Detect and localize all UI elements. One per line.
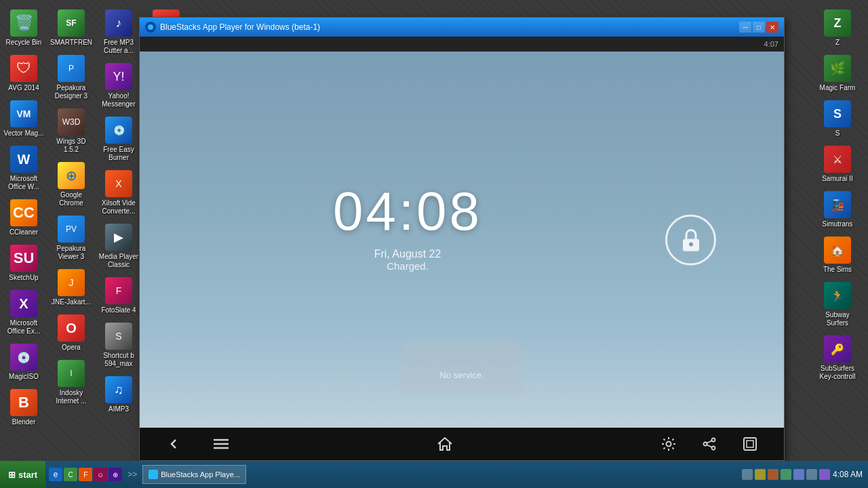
nav-home-button[interactable] xyxy=(431,430,458,458)
recycle-bin-icon: 🗑️ xyxy=(10,9,37,37)
desktop-icon-recycle-bin[interactable]: 🗑️ Recycle Bin xyxy=(0,5,47,51)
right-z-label: Z xyxy=(835,39,840,47)
simutrans-icon: 🚂 xyxy=(824,191,851,218)
lock-icon[interactable] xyxy=(665,214,716,265)
bs-header: 4:07 xyxy=(140,37,784,52)
fotoslate-label: FotoSlate 4 xyxy=(101,306,136,314)
desktop-icon-right-z[interactable]: Z Z xyxy=(814,5,861,51)
desktop-icon-subway-surfers[interactable]: 🏃 Subway Surfers xyxy=(814,278,861,331)
freeeasy-icon: 💿 xyxy=(105,117,132,144)
sys-tray-icon-7 xyxy=(819,469,830,480)
desktop-icon-magiciso[interactable]: 💿 MagicISO xyxy=(0,340,47,385)
sys-tray-icon-2 xyxy=(755,469,766,480)
aimp3-icon: ♫ xyxy=(105,376,132,403)
desktop-icon-jne[interactable]: J JNE-Jakart... xyxy=(47,265,95,310)
right-s-icon: S xyxy=(824,100,851,127)
desktop-icon-opera[interactable]: O Opera xyxy=(47,310,95,356)
taskbar-right: 4:08 AM xyxy=(736,469,868,480)
desktop-icon-freemp3[interactable]: ♪ Free MP3 Cutter a... xyxy=(95,5,142,59)
android-device-shape xyxy=(401,340,523,394)
vector-label: Vector Mag... xyxy=(4,129,44,138)
desktop-icon-ms-office-w[interactable]: W Microsoft Office W... xyxy=(0,142,47,195)
desktop-icon-pepakura-viewer[interactable]: PV Pepakura Viewer 3 xyxy=(47,211,95,265)
svg-point-6 xyxy=(667,442,671,447)
desktop-icon-freeeasy[interactable]: 💿 Free Easy Burner xyxy=(95,113,142,166)
desktop-icon-simutrans[interactable]: 🚂 Simutrans xyxy=(814,187,861,232)
desktop-icon-pepakura[interactable]: P Pepakura Designer 3 xyxy=(47,51,95,104)
desktop-icon-yahoo[interactable]: Y! Yahoo! Messenger xyxy=(95,59,142,113)
desktop-icon-sketchup[interactable]: SU SketchUp xyxy=(0,241,47,286)
bluestacks-window-icon xyxy=(145,22,156,33)
desktop-icon-ms-office-ex[interactable]: X Microsoft Office Ex... xyxy=(0,286,47,340)
taskbar-ff-icon[interactable]: F xyxy=(79,468,92,481)
minimize-button[interactable]: ─ xyxy=(739,22,751,33)
desktop-icon-smartfren[interactable]: SF SMARTFREN xyxy=(47,5,95,51)
desktop-icon-media-player[interactable]: ▶ Media Player Classic xyxy=(95,220,142,273)
desktop-icon-subsurfers-key[interactable]: 🔑 SubSurfers Key-controll xyxy=(814,331,861,385)
desktop-icon-fotoslate[interactable]: F FotoSlate 4 xyxy=(95,273,142,319)
desktop-icon-chrome[interactable]: ⊕ Google Chrome xyxy=(47,158,95,211)
svg-point-2 xyxy=(689,243,693,247)
avg-icon: 🛡 xyxy=(10,55,37,82)
fotoslate-icon: F xyxy=(105,277,132,304)
desktop-icons-right: Z Z 🌿 Magic Farm S S ⚔ Samurai II 🚂 Simu… xyxy=(814,0,868,461)
desktop-icon-samurai2[interactable]: ⚔ Samurai II xyxy=(814,142,861,187)
freemp3-icon: ♪ xyxy=(105,9,132,37)
pepakura-viewer-icon: PV xyxy=(58,216,85,243)
close-button[interactable]: ✕ xyxy=(766,22,778,33)
desktop-icon-xilsoft[interactable]: X Xilsoft Vide Converte... xyxy=(95,166,142,220)
maximize-button[interactable]: □ xyxy=(753,22,765,33)
svg-line-11 xyxy=(707,445,711,447)
svg-rect-13 xyxy=(747,441,753,447)
window-controls: ─ □ ✕ xyxy=(739,22,778,33)
desktop-icon-shortcut[interactable]: S Shortcut b 594_max xyxy=(95,319,142,372)
desktop-icon-vector[interactable]: VM Vector Mag... xyxy=(0,96,47,142)
desktop-icon-magic-farm[interactable]: 🌿 Magic Farm xyxy=(814,51,861,96)
desktop-icon-right-s[interactable]: S S xyxy=(814,96,861,142)
yahoo-icon: Y! xyxy=(105,63,132,90)
right-s-label: S xyxy=(835,129,840,138)
start-button[interactable]: ⊞ start xyxy=(0,461,46,488)
desktop-icon-the-sims[interactable]: 🏠 The Sims xyxy=(814,232,861,278)
pepakura-viewer-label: Pepakura Viewer 3 xyxy=(50,245,92,261)
taskbar-active-app[interactable]: BlueStacks App Playe... xyxy=(142,465,246,484)
desktop-icon-blender[interactable]: B Blender xyxy=(0,385,47,430)
the-sims-label: The Sims xyxy=(823,266,852,274)
samurai2-icon: ⚔ xyxy=(824,146,851,173)
desktop-icon-wings3d[interactable]: W3D Wings 3D 1.5.2 xyxy=(47,104,95,158)
subsurfers-key-label: SubSurfers Key-controll xyxy=(816,365,859,381)
simutrans-label: Simutrans xyxy=(822,220,852,228)
media-player-icon: ▶ xyxy=(105,224,132,251)
indosky-label: Indosky Internet ... xyxy=(50,389,92,405)
shortcut-label: Shortcut b 594_max xyxy=(98,352,140,368)
desktop-icon-ccleaner[interactable]: CC CCleaner xyxy=(0,195,47,241)
sketchup-label: SketchUp xyxy=(9,274,38,282)
sys-tray-icon-6 xyxy=(806,469,817,480)
desktop-icon-indosky[interactable]: I Indosky Internet ... xyxy=(47,356,95,409)
taskbar-misc-icon[interactable]: ⊕ xyxy=(108,468,122,481)
nav-share-button[interactable] xyxy=(696,430,723,458)
bluestacks-window: BlueStacks App Player for Windows (beta-… xyxy=(139,17,785,461)
nav-settings-button[interactable] xyxy=(655,430,682,458)
taskbar-chrome-icon[interactable]: C xyxy=(64,468,77,481)
freemp3-label: Free MP3 Cutter a... xyxy=(98,39,140,55)
xilsoft-icon: X xyxy=(105,170,132,197)
svg-rect-12 xyxy=(744,438,756,450)
ms-office-ex-icon: X xyxy=(10,290,37,317)
svg-point-9 xyxy=(712,447,715,450)
taskbar-msg-icon[interactable]: ☺ xyxy=(94,468,107,481)
shortcut-icon: S xyxy=(105,323,132,350)
android-time: 04:08 xyxy=(333,180,482,243)
desktop-icon-aimp3[interactable]: ♫ AIMP3 xyxy=(95,372,142,418)
svg-line-10 xyxy=(707,441,711,443)
nav-back-button[interactable] xyxy=(160,430,187,458)
opera-icon: O xyxy=(58,314,85,342)
nav-menu-button[interactable] xyxy=(208,430,235,458)
pepakura-icon: P xyxy=(58,55,85,82)
taskbar-ie-icon[interactable]: e xyxy=(49,468,62,481)
taskbar-app-label: BlueStacks App Playe... xyxy=(161,470,240,479)
media-player-label: Media Player Classic xyxy=(98,253,140,269)
recycle-bin-label: Recycle Bin xyxy=(6,39,42,47)
nav-screen-button[interactable] xyxy=(736,430,764,458)
desktop-icon-avg[interactable]: 🛡 AVG 2014 xyxy=(0,51,47,96)
